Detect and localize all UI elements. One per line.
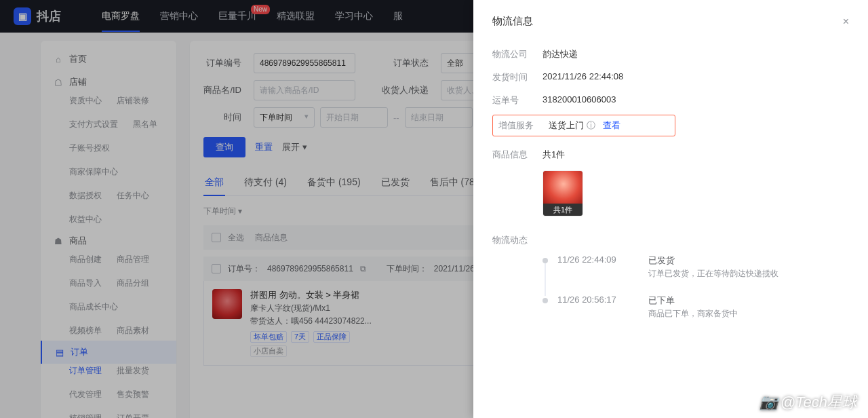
watermark-text: @Tech星球: [781, 392, 857, 413]
kv-shiptime-k: 发货时间: [492, 71, 542, 83]
vas-view-link[interactable]: 查看: [603, 120, 620, 130]
info-icon[interactable]: ⓘ: [587, 120, 595, 130]
kv-vas-highlight: 增值服务 送货上门 ⓘ 查看: [492, 115, 675, 136]
kv-goods-v: 共1件: [542, 149, 565, 161]
kv-company-v: 韵达快递: [542, 48, 578, 60]
tl-desc-0: 订单已发货，正在等待韵达快递揽收: [648, 268, 778, 280]
tl-title-0: 已发货: [648, 254, 778, 267]
kv-vas-k: 增值服务: [498, 119, 549, 132]
tl-title-1: 已下单: [648, 294, 738, 307]
timeline-item: 11/26 20:56:17 已下单 商品已下单，商家备货中: [542, 294, 849, 335]
kv-goods-k: 商品信息: [492, 149, 542, 161]
tl-desc-1: 商品已下单，商家备货中: [648, 308, 738, 320]
close-icon[interactable]: ×: [843, 16, 849, 28]
timeline-item: 11/26 22:44:09 已发货 订单已发货，正在等待韵达快递揽收: [542, 254, 849, 294]
goods-thumb-badge: 共1件: [543, 204, 583, 216]
kv-company-k: 物流公司: [492, 48, 542, 60]
goods-thumb-image: [543, 171, 583, 204]
kv-log-k: 物流动态: [492, 234, 542, 246]
logistics-drawer: 物流信息 × 物流公司韵达快递 发货时间2021/11/26 22:44:08 …: [473, 0, 868, 418]
tl-time-1: 11/26 20:56:17: [557, 294, 639, 320]
timeline-dot-icon: [542, 258, 548, 263]
drawer-title: 物流信息: [492, 15, 533, 28]
goods-thumb[interactable]: 共1件: [542, 170, 583, 216]
kv-shiptime-v: 2021/11/26 22:44:08: [542, 71, 623, 81]
kv-waybill-v: 318200010606003: [542, 94, 616, 104]
kv-waybill-k: 运单号: [492, 94, 542, 107]
kv-vas-text: 送货上门: [549, 120, 584, 130]
tl-time-0: 11/26 22:44:09: [557, 254, 639, 280]
watermark: 📷 @Tech星球: [760, 392, 857, 413]
kv-vas-v: 送货上门 ⓘ 查看: [549, 119, 620, 132]
timeline: 11/26 22:44:09 已发货 订单已发货，正在等待韵达快递揽收 11/2…: [542, 254, 849, 335]
timeline-dot-icon: [542, 298, 548, 303]
